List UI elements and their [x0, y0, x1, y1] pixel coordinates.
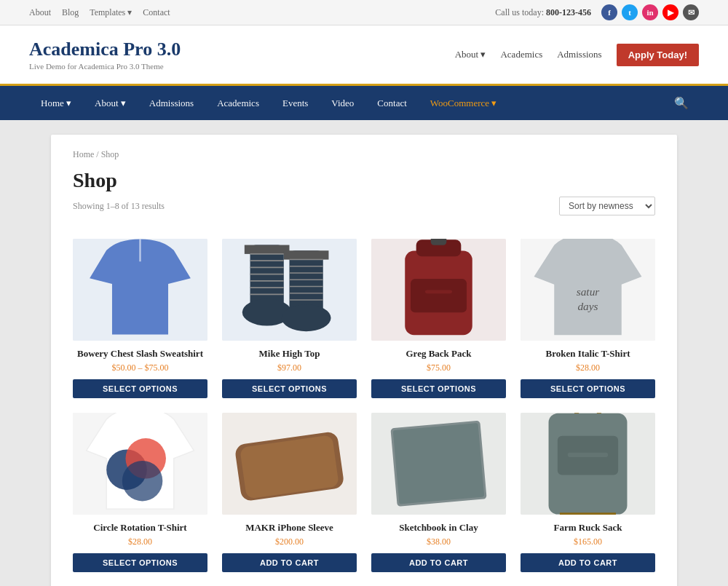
product-btn-p4[interactable]: SELECT OPTIONS [521, 379, 655, 398]
product-image-p6[interactable] [222, 413, 357, 515]
content-box: Home / Shop Shop Showing 1–8 of 13 resul… [51, 135, 677, 586]
product-card-p4: satur days Broken Italic T-Shirt $28.00 … [521, 239, 655, 398]
svg-rect-4 [245, 245, 290, 253]
nav-contact[interactable]: Contact [365, 87, 418, 119]
svg-rect-27 [425, 290, 452, 293]
nav-video[interactable]: Video [320, 87, 365, 119]
product-name-p6: MAKR iPhone Sleeve [222, 522, 357, 534]
product-card-p7: Sketchbook in Clay $38.00 ADD TO CART [371, 413, 506, 572]
shop-title: Shop [73, 169, 655, 192]
topbar-link-contact[interactable]: Contact [143, 7, 170, 17]
product-card-p2: Mike High Top $97.00 SELECT OPTIONS [222, 239, 357, 398]
youtube-icon[interactable]: ▶ [662, 4, 678, 20]
site-header: Academica Pro 3.0 Live Demo for Academic… [0, 25, 728, 86]
top-bar: About Blog Templates ▾ Contact Call us t… [0, 0, 728, 25]
product-btn-p2[interactable]: SELECT OPTIONS [222, 379, 357, 398]
products-grid: Bowery Chest Slash Sweatshirt $50.00 – $… [73, 239, 655, 572]
product-price-p5: $28.00 [73, 536, 207, 547]
topbar-link-templates[interactable]: Templates ▾ [90, 7, 132, 17]
product-btn-p7[interactable]: ADD TO CART [371, 553, 506, 572]
breadcrumb-current: Shop [101, 149, 119, 159]
primary-nav: Home ▾ About ▾ Admissions Academics Even… [0, 86, 728, 120]
product-image-p3[interactable] [371, 239, 506, 341]
header-nav-academics[interactable]: Academics [500, 49, 542, 60]
instagram-icon[interactable]: in [642, 4, 658, 20]
header-nav: About ▾ Academics Admissions Apply Today… [455, 44, 699, 66]
main-wrapper: Home / Shop Shop Showing 1–8 of 13 resul… [0, 120, 728, 586]
product-price-p2: $97.00 [222, 363, 357, 373]
product-btn-p6[interactable]: ADD TO CART [222, 553, 357, 572]
apply-button[interactable]: Apply Today! [617, 44, 699, 66]
shop-controls: Sort by newness Sort by price Sort by po… [559, 197, 655, 215]
product-image-p4[interactable]: satur days [521, 239, 655, 341]
product-name-p5: Circle Rotation T-Shirt [73, 522, 207, 534]
results-info: Showing 1–8 of 13 results [73, 201, 165, 212]
nav-academics[interactable]: Academics [205, 87, 271, 119]
nav-items: Home ▾ About ▾ Admissions Academics Even… [29, 87, 508, 119]
svg-point-13 [282, 304, 331, 331]
product-image-p7[interactable] [371, 413, 506, 515]
product-price-p1: $50.00 – $75.00 [73, 363, 207, 373]
product-card-p1: Bowery Chest Slash Sweatshirt $50.00 – $… [73, 239, 207, 398]
product-name-p3: Greg Back Pack [371, 348, 506, 360]
nav-admissions[interactable]: Admissions [138, 87, 205, 119]
product-image-p5[interactable] [73, 413, 207, 515]
product-btn-p3[interactable]: SELECT OPTIONS [371, 379, 506, 398]
breadcrumb: Home / Shop [73, 149, 655, 160]
nav-home[interactable]: Home ▾ [29, 87, 83, 119]
product-btn-p5[interactable]: SELECT OPTIONS [73, 553, 207, 572]
product-price-p7: $38.00 [371, 536, 506, 547]
product-name-p2: Mike High Top [222, 348, 357, 360]
product-card-p6: MAKR iPhone Sleeve $200.00 ADD TO CART [222, 413, 357, 572]
product-name-p8: Farm Ruck Sack [521, 522, 655, 534]
topbar-link-blog[interactable]: Blog [62, 7, 79, 17]
svg-rect-26 [411, 279, 467, 312]
svg-rect-14 [284, 250, 329, 259]
phone-label: Call us today: 800-123-456 [495, 7, 591, 18]
svg-rect-40 [393, 423, 485, 504]
phone-number: 800-123-456 [546, 7, 591, 17]
top-bar-right: Call us today: 800-123-456 f t in ▶ ✉ [495, 4, 699, 20]
product-name-p4: Broken Italic T-Shirt [521, 348, 655, 360]
product-price-p3: $75.00 [371, 363, 506, 373]
svg-rect-25 [431, 239, 447, 245]
svg-text:days: days [577, 300, 598, 312]
nav-about[interactable]: About ▾ [83, 87, 138, 119]
email-icon[interactable]: ✉ [683, 4, 699, 20]
top-bar-links: About Blog Templates ▾ Contact [29, 7, 170, 18]
site-branding: Academica Pro 3.0 Live Demo for Academic… [29, 39, 181, 71]
header-nav-admissions[interactable]: Admissions [557, 49, 601, 60]
product-name-p7: Sketchbook in Clay [371, 522, 506, 534]
product-price-p4: $28.00 [521, 363, 655, 373]
search-icon[interactable]: 🔍 [664, 86, 699, 120]
site-title: Academica Pro 3.0 [29, 39, 181, 60]
product-btn-p8[interactable]: ADD TO CART [521, 553, 655, 572]
product-image-p8[interactable] [521, 413, 655, 515]
facebook-icon[interactable]: f [601, 4, 617, 20]
svg-rect-46 [568, 453, 608, 457]
site-subtitle: Live Demo for Academica Pro 3.0 Theme [29, 62, 181, 71]
product-card-p3: Greg Back Pack $75.00 SELECT OPTIONS [371, 239, 506, 398]
nav-events[interactable]: Events [271, 87, 320, 119]
twitter-icon[interactable]: t [622, 4, 638, 20]
product-image-p2[interactable] [222, 239, 357, 341]
svg-text:satur: satur [577, 285, 601, 298]
product-btn-p1[interactable]: SELECT OPTIONS [73, 379, 207, 398]
product-price-p6: $200.00 [222, 536, 357, 547]
header-nav-about[interactable]: About ▾ [455, 49, 486, 60]
nav-woocommerce[interactable]: WooCommerce ▾ [419, 87, 509, 119]
product-name-p1: Bowery Chest Slash Sweatshirt [73, 348, 207, 360]
product-image-p1[interactable] [73, 239, 207, 341]
svg-point-34 [122, 460, 163, 501]
sort-select[interactable]: Sort by newness Sort by price Sort by po… [559, 197, 655, 215]
breadcrumb-home[interactable]: Home [73, 149, 94, 159]
product-card-p5: Circle Rotation T-Shirt $28.00 SELECT OP… [73, 413, 207, 572]
product-card-p8: Farm Ruck Sack $165.00 ADD TO CART [521, 413, 655, 572]
product-price-p8: $165.00 [521, 536, 655, 547]
topbar-link-about[interactable]: About [29, 7, 51, 17]
